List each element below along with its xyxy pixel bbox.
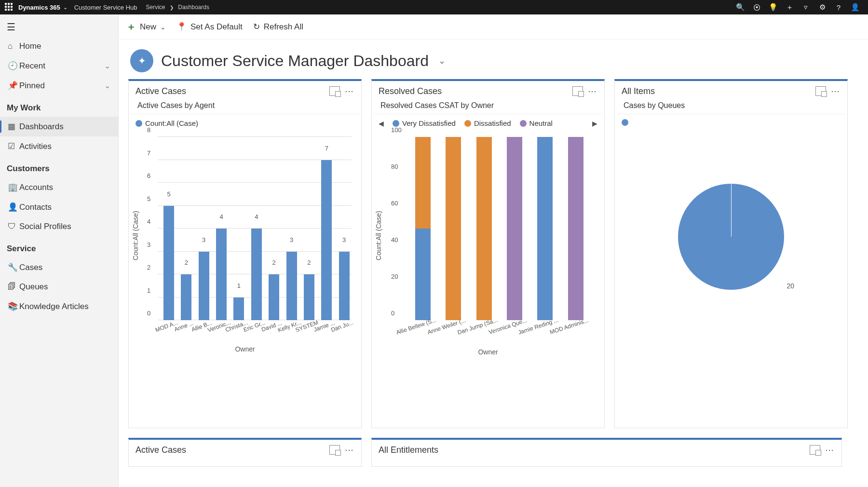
- sidebar-item-label: Social Profiles: [19, 222, 71, 231]
- y-axis-label: Count:All (Case): [375, 211, 382, 260]
- more-icon[interactable]: ⋯: [588, 86, 597, 96]
- x-labels: MOD A...Anne ...Allie B...Veronic...Chri…: [158, 320, 356, 344]
- title-bar: ✦ Customer Service Manager Dashboard ⌄: [119, 40, 868, 77]
- help-icon[interactable]: ?: [830, 3, 847, 12]
- hamburger-icon[interactable]: ☰: [0, 17, 118, 37]
- command-bar: ＋New⌄ 📍Set As Default ↻Refresh All: [119, 14, 868, 40]
- chevron-down-icon[interactable]: ⌄: [160, 23, 166, 31]
- card-active-cases: Active Cases ⋯ Active Cases by Agent Cou…: [128, 79, 362, 428]
- card-title: Active Cases: [136, 445, 186, 455]
- legend-dot-icon: [136, 120, 142, 127]
- crumb-service[interactable]: Service: [146, 4, 165, 11]
- home-icon: ⌂: [8, 41, 19, 51]
- card-subtitle: Cases by Queues: [617, 99, 845, 114]
- page-title: Customer Service Manager Dashboard: [161, 52, 429, 70]
- y-axis-label: Count:All (Case): [132, 211, 139, 260]
- sidebar-item-label: Knowledge Articles: [19, 302, 89, 311]
- bar-chart-active: 01234567852341423273: [158, 137, 352, 320]
- sidebar-section-service: Service: [0, 236, 118, 257]
- sidebar-item-cases[interactable]: 🔧Cases: [0, 257, 118, 277]
- sidebar-item-accounts[interactable]: 🏢Accounts: [0, 177, 118, 197]
- legend-next-icon[interactable]: ▶: [592, 120, 597, 127]
- sidebar-item-label: Home: [19, 41, 41, 51]
- legend-prev-icon[interactable]: ◀: [379, 120, 384, 127]
- sidebar-item-label: Recent: [19, 61, 45, 71]
- expand-icon[interactable]: [329, 445, 340, 455]
- card-title: Active Cases: [136, 86, 186, 96]
- card-title: All Entitlements: [379, 445, 438, 455]
- expand-icon[interactable]: [815, 86, 826, 96]
- more-icon[interactable]: ⋯: [345, 86, 354, 96]
- more-icon[interactable]: ⋯: [831, 86, 841, 96]
- set-default-button[interactable]: 📍Set As Default: [176, 22, 243, 32]
- sidebar-item-dashboards[interactable]: ▦Dashboards: [0, 117, 118, 136]
- x-axis-label: Owner: [134, 344, 356, 353]
- card-resolved-cases: Resolved Cases ⋯ Resolved Cases CSAT by …: [371, 79, 605, 428]
- book-icon: 📚: [8, 301, 19, 311]
- x-axis-label: Owner: [377, 347, 599, 356]
- sidebar-item-home[interactable]: ⌂Home: [0, 37, 118, 56]
- sidebar-item-contacts[interactable]: 👤Contacts: [0, 197, 118, 217]
- expand-icon[interactable]: [810, 445, 820, 455]
- expand-icon[interactable]: [572, 86, 583, 96]
- sidebar-item-activities[interactable]: ☑Activities: [0, 136, 118, 156]
- filter-icon[interactable]: ▿: [798, 3, 814, 12]
- crumb-dashboards[interactable]: Dashboards: [178, 4, 209, 11]
- badge-icon: 🛡: [8, 222, 19, 231]
- hub-label[interactable]: Customer Service Hub: [74, 4, 137, 11]
- chevron-down-icon[interactable]: ⌄: [438, 55, 446, 66]
- new-button[interactable]: ＋New⌄: [126, 20, 166, 33]
- sidebar-item-queues[interactable]: 🗐Queues: [0, 277, 118, 297]
- add-icon[interactable]: ＋: [781, 3, 798, 12]
- card-subtitle: Active Cases by Agent: [131, 99, 359, 114]
- legend-dot-icon: [622, 119, 628, 126]
- app-launcher-icon[interactable]: [5, 3, 14, 12]
- pie-chart: 20: [620, 131, 842, 343]
- chevron-down-icon[interactable]: ⌄: [63, 4, 68, 11]
- user-icon[interactable]: 👤: [847, 3, 863, 12]
- breadcrumb: Service ❯ Dashboards: [146, 4, 209, 11]
- legend-label: Very Dissatisfied: [402, 119, 456, 127]
- person-icon: 👤: [8, 202, 19, 212]
- sidebar-item-recent[interactable]: 🕘Recent⌄: [0, 56, 118, 76]
- card-title: Resolved Cases: [379, 86, 442, 96]
- sidebar-item-label: Contacts: [19, 203, 52, 212]
- bar-chart-resolved: 020406080100: [406, 137, 595, 320]
- set-default-label: Set As Default: [190, 22, 243, 32]
- sidebar-item-label: Queues: [19, 282, 48, 292]
- expand-icon[interactable]: [329, 86, 340, 96]
- new-label: New: [140, 22, 156, 32]
- card-subtitle: Resolved Cases CSAT by Owner: [374, 99, 602, 114]
- wrench-icon: 🔧: [8, 262, 19, 272]
- brand-label[interactable]: Dynamics 365: [18, 4, 60, 11]
- activity-icon: ☑: [8, 141, 19, 151]
- x-labels: Allie Bellew (S...Anne Weiler (...Dan Ju…: [406, 320, 599, 347]
- clock-icon: 🕘: [8, 61, 19, 71]
- sidebar-item-knowledge[interactable]: 📚Knowledge Articles: [0, 297, 118, 316]
- main: ＋New⌄ 📍Set As Default ↻Refresh All ✦ Cus…: [119, 14, 868, 487]
- dashboard-badge-icon: ✦: [130, 49, 153, 72]
- sidebar-item-label: Activities: [19, 142, 52, 151]
- bulb-icon[interactable]: 💡: [765, 3, 781, 12]
- queue-icon: 🗐: [8, 282, 19, 292]
- chevron-down-icon[interactable]: ⌄: [104, 61, 110, 70]
- refresh-all-button[interactable]: ↻Refresh All: [253, 22, 303, 32]
- sidebar-item-label: Cases: [19, 263, 42, 272]
- more-icon[interactable]: ⋯: [825, 445, 835, 455]
- sidebar-item-social[interactable]: 🛡Social Profiles: [0, 217, 118, 236]
- search-icon[interactable]: 🔍: [732, 3, 748, 12]
- sidebar-item-pinned[interactable]: 📌Pinned⌄: [0, 76, 118, 95]
- chevron-down-icon[interactable]: ⌄: [104, 81, 110, 90]
- building-icon: 🏢: [8, 182, 19, 192]
- topbar: Dynamics 365 ⌄ Customer Service Hub Serv…: [0, 0, 868, 14]
- pie-label: 20: [787, 282, 794, 290]
- gear-icon[interactable]: ⚙: [814, 3, 830, 12]
- refresh-icon: ↻: [253, 22, 260, 32]
- pin-icon: 📍: [176, 22, 187, 32]
- legend-label: Count:All (Case): [145, 119, 198, 127]
- card-all-items: All Items ⋯ Cases by Queues 20: [614, 79, 848, 428]
- more-icon[interactable]: ⋯: [345, 445, 354, 455]
- dashboard-icon: ▦: [8, 122, 19, 132]
- task-icon[interactable]: ⦿: [748, 3, 765, 12]
- sidebar-item-label: Dashboards: [19, 122, 64, 132]
